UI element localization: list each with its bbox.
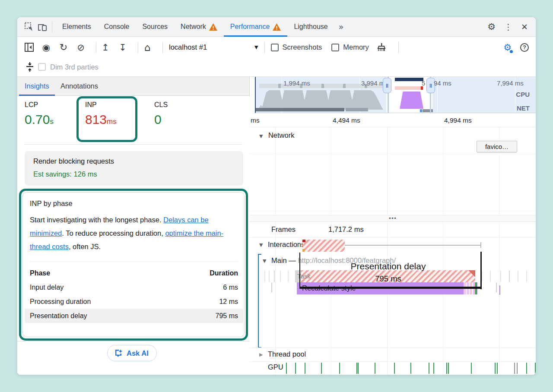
table-row[interactable]: Processing duration12 ms (25, 294, 243, 309)
home-icon[interactable]: ⌂ (142, 42, 153, 53)
window-interaction-bar (395, 86, 421, 90)
separator (162, 42, 163, 53)
tab-label: Sources (142, 23, 168, 31)
metric-name: CLS (154, 101, 168, 109)
gpu-track[interactable]: GPU (250, 362, 536, 375)
dim-3rd-parties-checkbox[interactable] (38, 63, 46, 71)
inspect-element-icon[interactable] (22, 20, 35, 33)
metric-name: LCP (25, 101, 54, 109)
net-request-gray (423, 109, 433, 112)
timeline-overview[interactable]: 1,994 ms 3,994 m 5 94 ms 7,994 ms ‖ ‖ CP… (255, 77, 536, 113)
tab-performance[interactable]: Performance (224, 17, 288, 37)
render-blocking-card[interactable]: Render blocking requests Est savings: 12… (25, 151, 243, 186)
overview-tick: 7,994 ms (497, 79, 524, 87)
settings-gear-icon[interactable]: ⚙ (487, 22, 496, 32)
divider (17, 341, 250, 341)
target-select[interactable]: localhost #1 (169, 43, 207, 51)
thread-pool-track[interactable]: ▶ Thread pool (250, 348, 536, 362)
track-splitter[interactable]: … (250, 215, 536, 222)
tab-lighthouse[interactable]: Lighthouse (287, 17, 334, 37)
toggle-sidebar-icon[interactable] (23, 42, 35, 53)
ruler-tick: 4,994 ms (444, 117, 472, 124)
tab-label: Performance (230, 23, 270, 31)
minor-task-marks (271, 283, 272, 292)
memory-checkbox[interactable] (331, 44, 339, 51)
main-thread-track[interactable]: ▼ Main — http://localhost:8000/featgraph… (250, 254, 536, 348)
overview-tick: 1,994 ms (283, 79, 310, 87)
metric-cls[interactable]: CLS 0 (154, 101, 168, 127)
divider (25, 144, 242, 145)
expander-open-icon: ▼ (259, 242, 263, 248)
kebab-menu-icon[interactable]: ⋮ (504, 22, 512, 32)
device-toolbar-icon[interactable] (35, 20, 48, 33)
net-activity-bar (346, 108, 368, 111)
measure-bracket-bottom (299, 287, 481, 289)
clear-icon[interactable]: ⊘ (75, 42, 86, 53)
window-interaction-end (421, 86, 423, 90)
tab-console[interactable]: Console (98, 17, 136, 37)
dim-3rd-parties-label: Dim 3rd parties (50, 63, 99, 71)
insights-sidebar: Insights Annotations LCP 0.70s INP 813ms… (17, 77, 250, 375)
metric-value: 0.70s (25, 112, 54, 127)
tab-sources[interactable]: Sources (136, 17, 174, 37)
expander-open-icon: ▼ (259, 133, 263, 139)
metric-value: 0 (154, 112, 168, 127)
network-track-header[interactable]: ▼ Network (259, 131, 294, 139)
sidebar-tabs: Insights Annotations (17, 77, 249, 96)
warning-icon (209, 23, 217, 31)
target-caret-icon[interactable]: ▼ (254, 44, 258, 50)
more-tabs-icon[interactable]: » (334, 22, 347, 32)
frames-track[interactable]: Frames 1,717.2 ms (250, 222, 536, 237)
table-row[interactable]: Presentation delay795 ms (25, 309, 243, 323)
bracket-corner (258, 254, 261, 255)
separator (264, 42, 265, 53)
minor-task-marks (264, 271, 265, 282)
interactions-track[interactable]: ▼ Interactions (250, 237, 536, 254)
screenshots-checkbox[interactable] (271, 44, 279, 51)
track-label: Thread pool (268, 350, 306, 358)
timeline-pane: 1,994 ms 3,994 m 5 94 ms 7,994 ms ‖ ‖ CP… (250, 77, 536, 375)
network-throttle-icon[interactable] (24, 61, 35, 73)
devtools-tab-bar: Elements Console Sources Network Perform… (17, 17, 536, 37)
interaction-start-marker (302, 240, 305, 242)
tab-insights[interactable]: Insights (19, 77, 55, 96)
tab-network[interactable]: Network (174, 17, 224, 37)
metric-lcp[interactable]: LCP 0.70s (25, 101, 54, 127)
tab-label: Annotations (60, 82, 98, 90)
metric-inp[interactable]: INP 813ms (85, 101, 117, 127)
upload-profile-icon[interactable]: ↥ (100, 42, 111, 53)
frame-duration: 1,717.2 ms (328, 225, 364, 234)
interaction-whisker-end (480, 242, 481, 248)
overview-tick: 5 (422, 79, 425, 87)
ruler-tick: ms (251, 117, 260, 124)
window-handle-left[interactable]: ‖ (383, 78, 391, 93)
interaction-whisker (345, 245, 481, 246)
settings-active-dot (510, 50, 513, 53)
download-profile-icon[interactable]: ↧ (117, 42, 128, 53)
expander-closed-icon: ▶ (259, 352, 263, 357)
lane-divider (250, 211, 536, 211)
tab-elements[interactable]: Elements (56, 17, 98, 37)
performance-toolbar: ◉ ↻ ⊘ ↥ ↧ ⌂ localhost #1 ▼ Screenshots M… (17, 37, 536, 57)
divider (250, 127, 536, 127)
separator (398, 42, 399, 53)
interaction-event-bar[interactable] (302, 240, 345, 252)
window-screenshot-strip (395, 78, 423, 81)
network-request-favicon[interactable]: favico… (477, 141, 517, 152)
reload-record-icon[interactable]: ↻ (58, 42, 69, 53)
card-description: Start investigating with the longest pha… (30, 213, 238, 253)
table-row[interactable]: Input delay6 ms (25, 280, 243, 294)
separator (52, 21, 52, 32)
ai-chat-icon (114, 348, 123, 358)
capture-settings-gear-icon[interactable]: ⚙ (503, 42, 512, 53)
card-title: Render blocking requests (33, 157, 114, 165)
record-icon[interactable]: ◉ (41, 42, 52, 53)
ruler-tick: 4,494 ms (333, 117, 360, 124)
help-icon[interactable]: ? (520, 43, 529, 52)
cpu-lane-label: CPU (516, 91, 530, 98)
tab-annotations[interactable]: Annotations (55, 77, 104, 96)
ask-ai-button[interactable]: Ask AI (107, 345, 157, 361)
close-icon[interactable]: ✕ (521, 22, 528, 32)
garbage-collect-icon[interactable] (376, 42, 387, 53)
grip-icon: ‖ (429, 82, 432, 89)
